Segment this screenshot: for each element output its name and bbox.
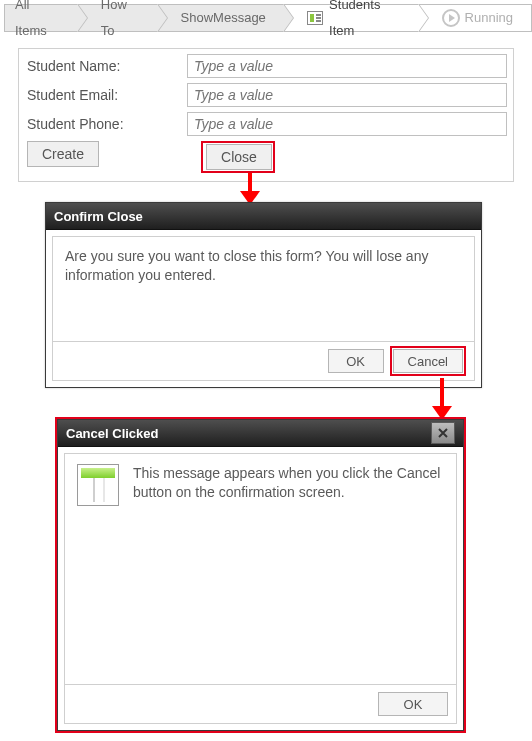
play-icon <box>442 9 460 27</box>
breadcrumb-label: Students Item <box>329 0 400 44</box>
label-student-email: Student Email: <box>25 87 187 103</box>
create-button[interactable]: Create <box>27 141 99 167</box>
row-student-name: Student Name: <box>25 54 507 78</box>
input-student-email[interactable] <box>187 83 507 107</box>
dialog-header: Confirm Close <box>46 203 481 230</box>
ok-button[interactable]: OK <box>378 692 448 716</box>
breadcrumb-running: Running <box>419 4 532 32</box>
ok-button[interactable]: OK <box>328 349 384 373</box>
breadcrumb-students-item[interactable]: Students Item <box>284 4 419 32</box>
dialog-body: Are you sure you want to close this form… <box>53 237 474 341</box>
close-icon[interactable] <box>431 422 455 444</box>
dialog-title: Confirm Close <box>54 209 143 224</box>
label-student-name: Student Name: <box>25 58 187 74</box>
dialog-inner: This message appears when you click the … <box>64 453 457 724</box>
dialog-header: Cancel Clicked <box>58 420 463 447</box>
dialog-body-wrap: This message appears when you click the … <box>65 454 456 684</box>
dialog-footer: OK Cancel <box>53 341 474 380</box>
form-button-row: Create Close <box>25 141 507 173</box>
dialog-inner: Are you sure you want to close this form… <box>52 236 475 381</box>
dialog-confirm-close: Confirm Close Are you sure you want to c… <box>45 202 482 388</box>
input-student-name[interactable] <box>187 54 507 78</box>
breadcrumb-how-to[interactable]: How To <box>78 4 158 32</box>
label-student-phone: Student Phone: <box>25 116 187 132</box>
form-panel: Student Name: Student Email: Student Pho… <box>18 48 514 182</box>
input-student-phone[interactable] <box>187 112 507 136</box>
cancel-button[interactable]: Cancel <box>393 349 463 373</box>
breadcrumb-label: How To <box>101 0 140 44</box>
close-highlight: Close <box>201 141 275 173</box>
dialog-footer: OK <box>65 684 456 723</box>
dialog-body: This message appears when you click the … <box>133 464 444 502</box>
breadcrumb-label: All Items <box>15 0 60 44</box>
cancel-highlight: Cancel <box>390 346 466 376</box>
dialog-cancel-clicked: Cancel Clicked This message appears when… <box>57 419 464 731</box>
message-icon <box>77 464 119 506</box>
breadcrumb-label: ShowMessage <box>181 5 266 31</box>
row-student-phone: Student Phone: <box>25 112 507 136</box>
row-student-email: Student Email: <box>25 83 507 107</box>
breadcrumb: All Items How To ShowMessage Students It… <box>4 4 532 32</box>
form-icon <box>307 11 323 25</box>
dialog-title: Cancel Clicked <box>66 426 159 441</box>
breadcrumb-label: Running <box>465 5 513 31</box>
breadcrumb-showmessage[interactable]: ShowMessage <box>158 4 284 32</box>
close-button[interactable]: Close <box>206 144 272 170</box>
breadcrumb-all-items[interactable]: All Items <box>4 4 78 32</box>
